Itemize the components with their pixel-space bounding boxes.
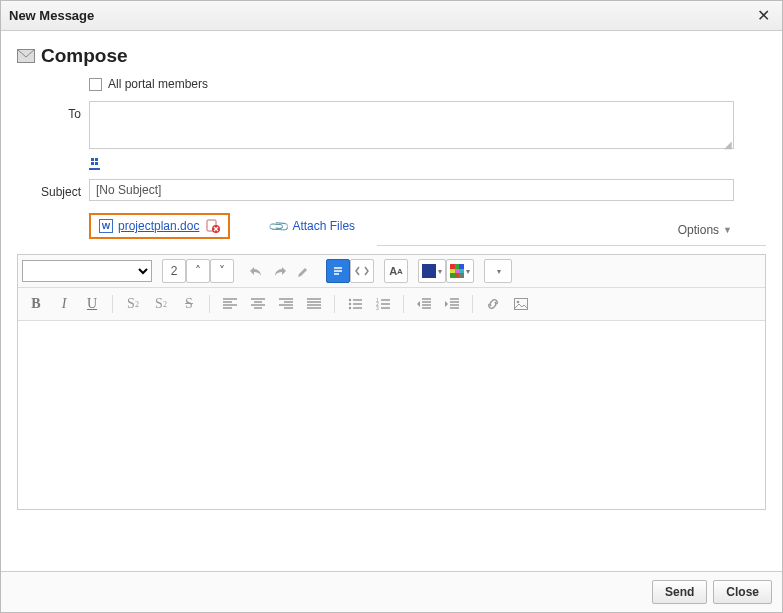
all-members-row: All portal members [17, 77, 766, 95]
svg-point-11 [517, 301, 520, 304]
subject-row: Subject [17, 179, 766, 201]
align-left-button[interactable] [216, 292, 244, 316]
font-family-select[interactable] [22, 260, 152, 282]
align-center-button[interactable] [244, 292, 272, 316]
subject-label: Subject [17, 179, 89, 199]
font-size-down-button[interactable]: ˅ [210, 259, 234, 283]
outdent-button[interactable] [410, 292, 438, 316]
italic-button[interactable]: I [50, 292, 78, 316]
send-button[interactable]: Send [652, 580, 707, 604]
to-row: To ◢ [17, 101, 766, 173]
svg-point-6 [349, 307, 351, 309]
close-icon[interactable]: ✕ [753, 6, 774, 25]
svg-rect-10 [515, 299, 528, 310]
number-list-button[interactable]: 123 [369, 292, 397, 316]
text-color-dropdown[interactable]: ▾ [418, 259, 446, 283]
editor-toolbar-1: 2 ˄ ˅ AA ▾ ▾ [18, 255, 765, 288]
to-input[interactable] [89, 101, 734, 149]
more-dropdown[interactable]: ▾ [484, 259, 512, 283]
font-size-value: 2 [162, 259, 186, 283]
close-button[interactable]: Close [713, 580, 772, 604]
footer: Send Close [1, 571, 782, 612]
underline-button[interactable]: U [78, 292, 106, 316]
to-label: To [17, 101, 89, 121]
compose-title: Compose [41, 45, 128, 67]
bold-button[interactable]: B [22, 292, 50, 316]
image-button[interactable] [507, 292, 535, 316]
svg-point-5 [349, 303, 351, 305]
bg-color-dropdown[interactable]: ▾ [446, 259, 474, 283]
titlebar: New Message ✕ [1, 1, 782, 31]
redo-button[interactable] [268, 259, 292, 283]
chevron-down-icon: ▼ [723, 225, 732, 235]
highlight-button[interactable] [292, 259, 316, 283]
all-members-checkbox[interactable] [89, 78, 102, 91]
superscript-button[interactable]: S2 [147, 292, 175, 316]
align-justify-button[interactable] [300, 292, 328, 316]
strikethrough-button[interactable]: S [175, 292, 203, 316]
editor-toolbar-2: B I U S2 S2 S 123 [18, 288, 765, 321]
message-body-input[interactable] [18, 321, 765, 506]
options-separator [377, 245, 766, 246]
new-message-window: New Message ✕ Compose All portal members… [0, 0, 783, 613]
text-mode-button[interactable] [326, 259, 350, 283]
html-mode-button[interactable] [350, 259, 374, 283]
subject-input[interactable] [89, 179, 734, 201]
svg-text:3: 3 [376, 305, 379, 310]
all-members-label: All portal members [108, 77, 208, 91]
indent-button[interactable] [438, 292, 466, 316]
font-color-button[interactable]: AA [384, 259, 408, 283]
compose-header: Compose [17, 45, 766, 67]
envelope-icon [17, 49, 35, 63]
subscript-button[interactable]: S2 [119, 292, 147, 316]
lookup-recipient-icon[interactable] [89, 156, 105, 170]
undo-button[interactable] [244, 259, 268, 283]
align-right-button[interactable] [272, 292, 300, 316]
svg-point-4 [349, 299, 351, 301]
content-area: Compose All portal members To ◢ Sub [1, 31, 782, 571]
window-title: New Message [9, 8, 94, 23]
link-button[interactable] [479, 292, 507, 316]
remove-attachment-icon[interactable] [206, 219, 220, 233]
font-size-up-button[interactable]: ˄ [186, 259, 210, 283]
options-dropdown[interactable]: Options ▼ [678, 223, 732, 237]
rich-text-editor: 2 ˄ ˅ AA ▾ ▾ [17, 254, 766, 510]
bullet-list-button[interactable] [341, 292, 369, 316]
options-label: Options [678, 223, 719, 237]
